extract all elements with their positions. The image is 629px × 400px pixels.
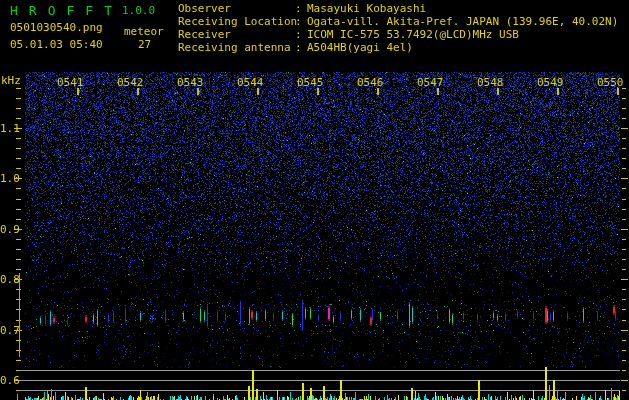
x-axis-label: 0541: [57, 77, 84, 88]
spectrogram-canvas: [0, 0, 629, 400]
hrofft-screen: HROFFT 1.0.0 0501030540.png meteor 05.01…: [0, 0, 629, 400]
y-axis-label: 0.7: [0, 325, 17, 336]
app-title: HROFFT: [10, 4, 123, 17]
x-axis-label: 0543: [177, 77, 204, 88]
y-axis-label: 0.6: [0, 375, 17, 386]
x-axis-label: 0545: [297, 77, 324, 88]
observation-mode: meteor: [124, 26, 164, 37]
x-axis-label: 0547: [417, 77, 444, 88]
echo-count: 27: [138, 39, 151, 50]
x-axis-label: 0546: [357, 77, 384, 88]
x-axis-label: 0548: [477, 77, 504, 88]
x-axis-label: 0550: [597, 77, 624, 88]
x-axis-label: 0544: [237, 77, 264, 88]
y-axis-label: 0.8: [0, 274, 17, 285]
station-info: Observer:Masayuki Kobayashi Receiving Lo…: [178, 3, 618, 55]
y-axis-label: 1.1: [0, 123, 17, 134]
x-axis-label: 0542: [117, 77, 144, 88]
capture-filename: 0501030540.png: [10, 22, 103, 33]
info-colon: :: [295, 42, 307, 55]
app-version: 1.0.0: [122, 5, 155, 16]
capture-datetime: 05.01.03 05:40: [10, 39, 103, 50]
y-axis-label: 0.9: [0, 224, 17, 235]
info-label: Receiving antenna: [178, 42, 295, 55]
freq-axis-unit: kHz: [1, 75, 21, 86]
x-axis-label: 0549: [537, 77, 564, 88]
info-row: Receiving antenna:A504HB(yagi 4el): [178, 42, 618, 55]
info-value: A504HB(yagi 4el): [307, 42, 413, 55]
y-axis-label: 1.0: [0, 173, 17, 184]
